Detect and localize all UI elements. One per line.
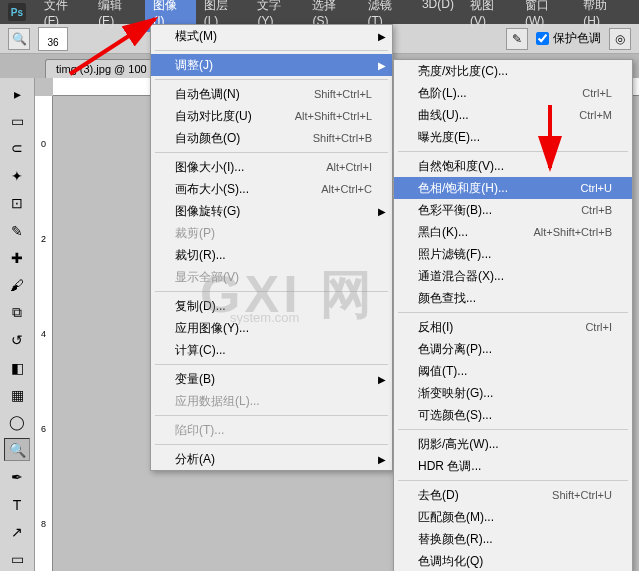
path-tool[interactable]: ↗ xyxy=(4,520,30,543)
crop-tool[interactable]: ⊡ xyxy=(4,192,30,215)
blur-tool[interactable]: ◯ xyxy=(4,411,30,434)
menu-row[interactable]: 去色(D)Shift+Ctrl+U xyxy=(394,484,632,506)
menu-row[interactable]: 通道混合器(X)... xyxy=(394,265,632,287)
menu-row[interactable]: 色相/饱和度(H)...Ctrl+U xyxy=(394,177,632,199)
menu-row[interactable]: 曲线(U)...Ctrl+M xyxy=(394,104,632,126)
tool-preset-icon[interactable]: 🔍 xyxy=(8,28,30,50)
type-tool[interactable]: T xyxy=(4,493,30,516)
menu-row[interactable]: 变量(B)▶ xyxy=(151,368,392,390)
menu-row[interactable]: 色调分离(P)... xyxy=(394,338,632,360)
eyedropper-tool[interactable]: ✎ xyxy=(4,219,30,242)
image-menu-dropdown: 模式(M)▶调整(J)▶自动色调(N)Shift+Ctrl+L自动对比度(U)A… xyxy=(150,24,393,471)
menu-row[interactable]: 匹配颜色(M)... xyxy=(394,506,632,528)
menu-row: 裁剪(P) xyxy=(151,222,392,244)
menu-row[interactable]: 色阶(L)...Ctrl+L xyxy=(394,82,632,104)
menu-row: 陷印(T)... xyxy=(151,419,392,441)
protect-tone-check[interactable] xyxy=(536,32,549,45)
menu-row[interactable]: 颜色查找... xyxy=(394,287,632,309)
menu-row[interactable]: 计算(C)... xyxy=(151,339,392,361)
menu-item-1[interactable]: 编辑(E) xyxy=(90,0,145,32)
menu-row[interactable]: 调整(J)▶ xyxy=(151,54,392,76)
ruler-vertical: 02468 xyxy=(35,96,53,571)
gradient-tool[interactable]: ▦ xyxy=(4,383,30,406)
menu-row[interactable]: 图像大小(I)...Alt+Ctrl+I xyxy=(151,156,392,178)
menu-row[interactable]: 黑白(K)...Alt+Shift+Ctrl+B xyxy=(394,221,632,243)
menu-row[interactable]: 阈值(T)... xyxy=(394,360,632,382)
menu-row[interactable]: 渐变映射(G)... xyxy=(394,382,632,404)
menu-row[interactable]: 画布大小(S)...Alt+Ctrl+C xyxy=(151,178,392,200)
opt-icon-1[interactable]: ✎ xyxy=(506,28,528,50)
protect-tone-checkbox[interactable]: 保护色调 xyxy=(536,30,601,47)
menu-row[interactable]: 曝光度(E)... xyxy=(394,126,632,148)
shape-tool[interactable]: ▭ xyxy=(4,548,30,571)
wand-tool[interactable]: ✦ xyxy=(4,164,30,187)
pen-tool[interactable]: ✒ xyxy=(4,465,30,488)
stamp-tool[interactable]: ⧉ xyxy=(4,301,30,324)
heal-tool[interactable]: ✚ xyxy=(4,246,30,269)
opt-icon-2[interactable]: ◎ xyxy=(609,28,631,50)
menu-row[interactable]: 自动颜色(O)Shift+Ctrl+B xyxy=(151,127,392,149)
lasso-tool[interactable]: ⊂ xyxy=(4,137,30,160)
adjustments-submenu: 亮度/对比度(C)...色阶(L)...Ctrl+L曲线(U)...Ctrl+M… xyxy=(393,59,633,571)
menu-row: 显示全部(V) xyxy=(151,266,392,288)
history-brush-tool[interactable]: ↺ xyxy=(4,329,30,352)
menu-row[interactable]: 自然饱和度(V)... xyxy=(394,155,632,177)
toolbox: ▸ ▭ ⊂ ✦ ⊡ ✎ ✚ 🖌 ⧉ ↺ ◧ ▦ ◯ 🔍 ✒ T ↗ ▭ xyxy=(0,78,35,571)
menu-row[interactable]: 可选颜色(S)... xyxy=(394,404,632,426)
menu-row[interactable]: 色彩平衡(B)...Ctrl+B xyxy=(394,199,632,221)
ps-logo: Ps xyxy=(8,3,26,21)
eraser-tool[interactable]: ◧ xyxy=(4,356,30,379)
move-tool[interactable]: ▸ xyxy=(4,82,30,105)
document-tab[interactable]: timg (3).jpg @ 100 xyxy=(45,59,158,78)
menubar: Ps 文件(F)编辑(E)图像(I)图层(L)文字(Y)选择(S)滤镜(T)3D… xyxy=(0,0,639,24)
menu-row[interactable]: 复制(D)... xyxy=(151,295,392,317)
menu-row[interactable]: 自动色调(N)Shift+Ctrl+L xyxy=(151,83,392,105)
menu-row: 应用数据组(L)... xyxy=(151,390,392,412)
menu-row[interactable]: 照片滤镜(F)... xyxy=(394,243,632,265)
menu-row[interactable]: 应用图像(Y)... xyxy=(151,317,392,339)
menu-row[interactable]: 模式(M)▶ xyxy=(151,25,392,47)
menu-row[interactable]: 色调均化(Q) xyxy=(394,550,632,571)
menu-item-7[interactable]: 3D(D) xyxy=(414,0,462,32)
menu-row[interactable]: 图像旋转(G)▶ xyxy=(151,200,392,222)
menu-row[interactable]: 阴影/高光(W)... xyxy=(394,433,632,455)
menu-row[interactable]: 替换颜色(R)... xyxy=(394,528,632,550)
menu-row[interactable]: HDR 色调... xyxy=(394,455,632,477)
menu-row[interactable]: 自动对比度(U)Alt+Shift+Ctrl+L xyxy=(151,105,392,127)
dodge-tool[interactable]: 🔍 xyxy=(4,438,30,461)
menu-row[interactable]: 反相(I)Ctrl+I xyxy=(394,316,632,338)
marquee-tool[interactable]: ▭ xyxy=(4,109,30,132)
menu-row[interactable]: 裁切(R)... xyxy=(151,244,392,266)
menu-row[interactable]: 分析(A)▶ xyxy=(151,448,392,470)
menu-row[interactable]: 亮度/对比度(C)... xyxy=(394,60,632,82)
brush-tool[interactable]: 🖌 xyxy=(4,274,30,297)
brush-size-box[interactable]: 36 xyxy=(38,27,68,51)
